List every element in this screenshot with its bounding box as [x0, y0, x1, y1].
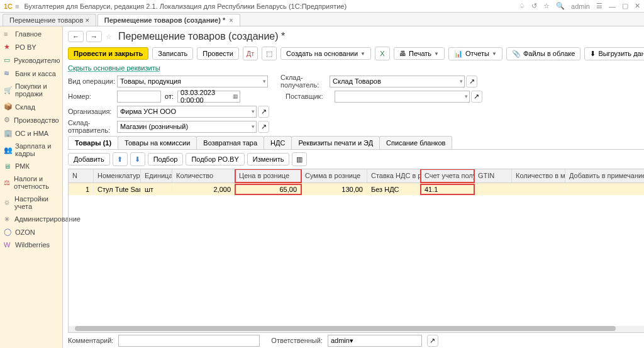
field-number[interactable]	[117, 91, 161, 103]
open-supplier-icon[interactable]: ↗	[471, 91, 482, 103]
cell-note[interactable]	[565, 188, 644, 191]
field-receiver[interactable]: Склад Товаров▾	[330, 76, 465, 87]
barcode-icon[interactable]: ▥	[292, 152, 307, 166]
calendar-icon[interactable]: ▦	[233, 93, 238, 99]
structure-icon[interactable]: ⬚	[262, 47, 277, 60]
col-vat-rate[interactable]: Ставка НДС в роз...	[367, 169, 421, 182]
save-button[interactable]: Записать	[152, 47, 193, 60]
post-and-close-button[interactable]: Провести и закрыть	[68, 47, 148, 60]
cell-unit[interactable]: шт	[141, 184, 172, 194]
nav-forward-button[interactable]: →	[86, 31, 102, 42]
pick-poby-button[interactable]: Подбор PO.BY	[186, 153, 244, 166]
history-icon[interactable]: ↺	[531, 2, 537, 10]
col-gtin[interactable]: GTIN	[474, 169, 512, 182]
cell-retail-sum[interactable]: 130,00	[301, 184, 367, 194]
sidebar-item-admin[interactable]: ⛯Администрирование	[0, 213, 62, 225]
sidebar-item-sales[interactable]: 🛒Покупки и продажи	[0, 80, 62, 100]
add-row-button[interactable]: Добавить	[68, 153, 110, 166]
hide-details-link[interactable]: Скрыть основные реквизиты	[68, 64, 644, 72]
col-n[interactable]: N	[69, 169, 94, 182]
scrollbar-thumb[interactable]	[75, 326, 616, 331]
tab-vat[interactable]: НДС	[264, 136, 292, 149]
dropdown-icon[interactable]: ▾	[350, 337, 353, 345]
cell-n[interactable]: 1	[69, 184, 94, 194]
col-account[interactable]: Счет учета получ.	[421, 169, 474, 182]
field-sender[interactable]: Магазин (розничный)▾	[117, 121, 257, 133]
sidebar-item-taxes[interactable]: ⚖Налоги и отчетность	[0, 172, 62, 193]
user-menu-icon[interactable]: ☰	[596, 2, 602, 10]
print-button[interactable]: 🖶 Печать▼	[394, 47, 445, 60]
files-button[interactable]: 📎 Файлы в облаке	[506, 47, 580, 60]
post-button[interactable]: Провести	[197, 47, 239, 60]
col-nomenclature[interactable]: Номенклатура	[94, 169, 141, 182]
dropdown-icon[interactable]: ▾	[252, 108, 255, 115]
cell-account[interactable]: 41.1	[421, 184, 474, 194]
tab-goods[interactable]: Товары (1)	[68, 136, 118, 149]
create-based-button[interactable]: Создать на основании▼	[280, 47, 371, 60]
sidebar-item-bank[interactable]: ≋Банк и касса	[0, 67, 62, 80]
field-comment[interactable]	[118, 335, 260, 347]
move-down-icon[interactable]: ⬇	[130, 152, 145, 166]
tab-document-1[interactable]: Перемещение товаров ×	[3, 14, 96, 26]
bell-icon[interactable]: ♤	[519, 2, 525, 10]
move-up-icon[interactable]: ⬆	[113, 152, 128, 166]
dt-kt-icon[interactable]: Дт	[243, 47, 258, 60]
col-qty[interactable]: Количество	[172, 169, 235, 182]
tab-print-details[interactable]: Реквизиты печати и ЭД	[291, 136, 380, 149]
sidebar-item-rmk[interactable]: 🖥РМК	[0, 160, 62, 172]
reports-button[interactable]: 📊 Отчеты▼	[448, 47, 502, 60]
maximize-icon[interactable]: ▢	[622, 2, 628, 10]
cell-vat-rate[interactable]: Без НДС	[367, 184, 421, 194]
sidebar-item-manager[interactable]: ▭Руководителю	[0, 53, 62, 67]
field-supplier[interactable]: ▾	[335, 91, 470, 103]
col-retail-price[interactable]: Цена в рознице	[235, 169, 301, 182]
cell-nomenclature[interactable]: Стул Tute Sanno	[94, 184, 141, 194]
tab-blanks[interactable]: Списание бланков	[379, 136, 452, 149]
cell-gtin[interactable]	[474, 188, 512, 191]
sidebar-item-salary[interactable]: 👥Зарплата и кадры	[0, 140, 62, 160]
tab-document-2[interactable]: Перемещение товаров (создание) * ×	[97, 14, 240, 26]
open-sender-icon[interactable]: ↗	[258, 121, 269, 133]
cell-retail-price[interactable]: 65,00	[235, 184, 301, 194]
horizontal-scrollbar[interactable]	[69, 326, 644, 332]
col-note[interactable]: Добавить в примечание	[565, 169, 644, 182]
dropdown-icon[interactable]: ▾	[252, 123, 255, 130]
tab-commission[interactable]: Товары на комиссии	[118, 136, 197, 149]
sidebar-item-main[interactable]: ≡Главное	[0, 28, 62, 40]
field-org[interactable]: Фирма УСН ООО▾	[117, 106, 257, 118]
col-retail-sum[interactable]: Сумма в рознице	[301, 169, 367, 182]
col-unit[interactable]: Единица	[141, 169, 172, 182]
close-icon[interactable]: ✕	[635, 2, 640, 10]
sidebar-item-production[interactable]: ⚙Производство	[0, 113, 62, 126]
sidebar-item-settings[interactable]: ⛭Настройки учета	[0, 193, 62, 213]
cell-qty[interactable]: 2,000	[172, 184, 235, 194]
table-row[interactable]: 1 Стул Tute Sanno шт 2,000 65,00 130,00 …	[69, 183, 644, 195]
field-date[interactable]: 03.03.2023 0:00:00▦	[177, 91, 240, 103]
open-receiver-icon[interactable]: ↗	[466, 76, 477, 87]
dropdown-icon[interactable]: ▾	[460, 78, 463, 84]
nav-back-button[interactable]: ←	[68, 31, 84, 42]
cell-qty-place[interactable]	[512, 188, 565, 191]
open-responsible-icon[interactable]: ↗	[427, 335, 438, 347]
dropdown-icon[interactable]: ▾	[263, 78, 266, 84]
sidebar-item-ozon[interactable]: ◯OZON	[0, 225, 62, 239]
sidebar-item-assets[interactable]: 🏢ОС и НМА	[0, 126, 62, 140]
field-responsible[interactable]: admin ▾	[328, 335, 422, 347]
sidebar-item-wildberries[interactable]: WWildberries	[0, 239, 62, 251]
star-icon[interactable]: ☆	[543, 2, 550, 10]
export-button[interactable]: ⬇ Выгрузить данные в файл	[584, 47, 644, 60]
edit-button[interactable]: Изменить	[247, 153, 290, 166]
sidebar-item-warehouse[interactable]: 📦Склад	[0, 100, 62, 113]
col-qty-place[interactable]: Количество в месте	[512, 169, 565, 182]
pick-button[interactable]: Подбор	[148, 153, 184, 166]
dropdown-icon[interactable]: ▾	[465, 93, 468, 99]
sidebar-item-poby[interactable]: ★PO BY	[0, 40, 62, 53]
field-op-type[interactable]: Товары, продукция▾	[117, 76, 268, 87]
minimize-icon[interactable]: —	[609, 3, 616, 10]
search-icon[interactable]: 🔍	[556, 2, 565, 10]
menu-icon[interactable]: ≡	[15, 3, 19, 10]
tab-returnable[interactable]: Возвратная тара	[196, 136, 264, 149]
favorite-icon[interactable]: ☆	[106, 33, 112, 41]
excel-icon[interactable]: X	[375, 47, 390, 60]
tab-close-icon[interactable]: ×	[229, 16, 233, 24]
